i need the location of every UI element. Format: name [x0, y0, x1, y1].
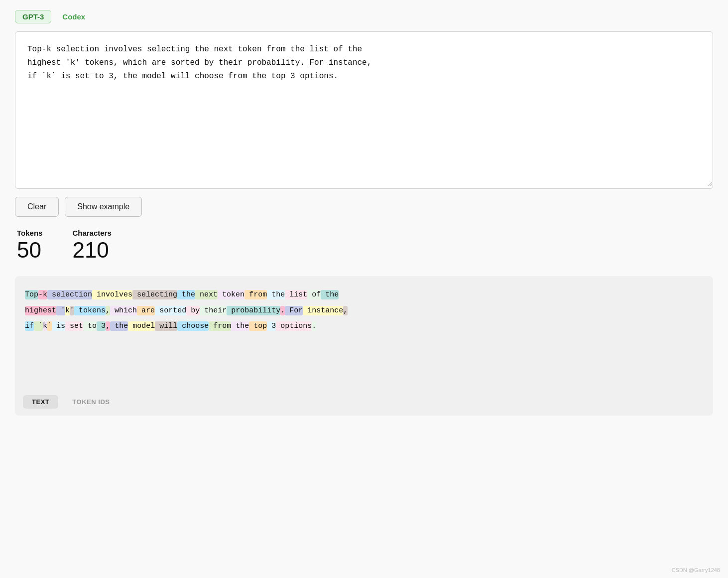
- token-span: ': [70, 306, 74, 315]
- token-span: k: [43, 321, 47, 331]
- token-span: options: [276, 321, 312, 331]
- token-span: top: [249, 321, 267, 331]
- tab-codex[interactable]: Codex: [55, 10, 92, 23]
- main-textarea[interactable]: [15, 32, 713, 186]
- token-span: set: [65, 321, 83, 331]
- tab-bar: GPT-3 Codex: [15, 10, 713, 23]
- token-span: which: [110, 306, 137, 315]
- token-span: are: [137, 306, 155, 315]
- token-span: .: [280, 306, 285, 315]
- token-span: ,: [343, 306, 348, 315]
- token-span: `: [34, 321, 43, 331]
- token-span: by: [186, 306, 200, 315]
- token-span: `: [47, 321, 52, 331]
- token-span: For: [285, 306, 303, 315]
- button-row: Clear Show example: [15, 197, 713, 217]
- tab-gpt3[interactable]: GPT-3: [15, 10, 51, 23]
- token-span: next: [195, 290, 218, 299]
- token-span: the: [267, 290, 285, 299]
- token-span: k: [65, 306, 70, 315]
- token-span: ': [56, 306, 65, 315]
- token-span: the: [177, 290, 195, 299]
- token-span: tokens: [74, 306, 106, 315]
- token-span: from: [209, 321, 231, 331]
- token-span: selecting: [132, 290, 177, 299]
- token-span: probability: [227, 306, 280, 315]
- token-span: 3: [97, 321, 106, 331]
- token-span: .: [312, 321, 316, 331]
- token-text: Top-k selection involves selecting the n…: [25, 287, 703, 334]
- tab-token-ids[interactable]: TOKEN IDS: [63, 395, 119, 409]
- tab-text[interactable]: TEXT: [23, 395, 58, 409]
- stats-row: Tokens 50 Characters 210: [15, 229, 713, 262]
- characters-value: 210: [72, 238, 111, 262]
- tokens-value: 50: [17, 238, 42, 262]
- watermark: CSDN @Garry1248: [672, 567, 720, 573]
- token-span: their: [200, 306, 227, 315]
- clear-button[interactable]: Clear: [15, 197, 59, 217]
- token-span: -k: [38, 290, 47, 299]
- token-span: the: [110, 321, 128, 331]
- tokens-label: Tokens: [17, 229, 42, 237]
- characters-label: Characters: [72, 229, 111, 237]
- token-span: ,: [106, 306, 110, 315]
- tokens-stat: Tokens 50: [17, 229, 42, 262]
- token-span: token: [218, 290, 244, 299]
- token-span: involves: [92, 290, 132, 299]
- token-tab-bar: TEXT TOKEN IDS: [23, 395, 119, 409]
- token-span: model: [128, 321, 155, 331]
- token-span: if: [25, 321, 34, 331]
- token-span: Top: [25, 290, 38, 299]
- token-span: choose: [177, 321, 209, 331]
- token-span: highest: [25, 306, 56, 315]
- token-span: the: [231, 321, 249, 331]
- token-span: the: [321, 290, 339, 299]
- token-area: Top-k selection involves selecting the n…: [15, 276, 713, 416]
- token-span: list: [285, 290, 307, 299]
- token-span: ,: [106, 321, 110, 331]
- token-span: to: [83, 321, 97, 331]
- show-example-button[interactable]: Show example: [65, 197, 142, 217]
- token-span: instance: [303, 306, 343, 315]
- token-span: will: [155, 321, 177, 331]
- token-span: selection: [47, 290, 92, 299]
- token-span: from: [244, 290, 267, 299]
- token-span: of: [307, 290, 321, 299]
- token-span: 3: [267, 321, 276, 331]
- characters-stat: Characters 210: [72, 229, 111, 262]
- token-span: sorted: [155, 306, 186, 315]
- textarea-wrapper: [15, 31, 713, 189]
- token-span: is: [52, 321, 65, 331]
